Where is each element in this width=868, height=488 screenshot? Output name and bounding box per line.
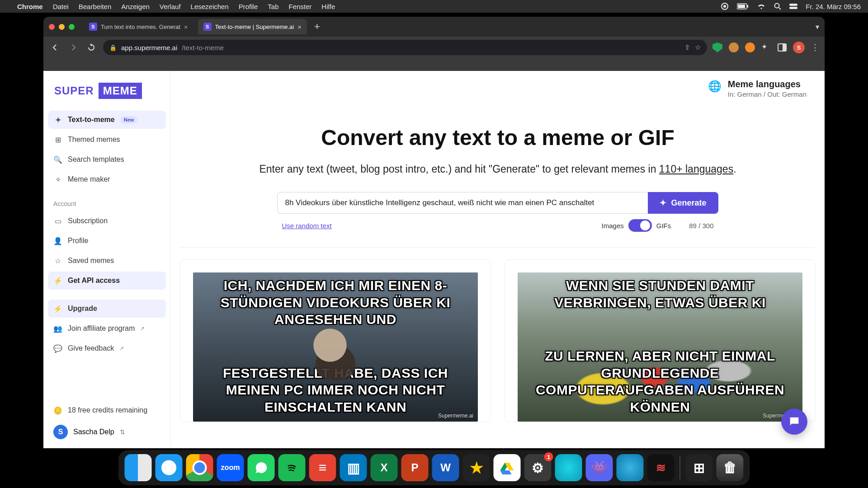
sidebar-item-api-access[interactable]: ⚡ Get API access — [48, 272, 166, 290]
toggle-label-gifs[interactable]: GIFs — [656, 222, 671, 230]
dock-trash[interactable]: 🗑 — [717, 454, 744, 481]
browser-tab[interactable]: S Turn text into memes. Generat × — [84, 19, 193, 34]
generate-button[interactable]: ✦ Generate — [648, 192, 718, 214]
sidepanel-icon[interactable] — [778, 43, 787, 52]
bolt-icon: ⚡ — [53, 277, 62, 285]
sidebar-item-affiliate[interactable]: 👥 Join affiliate program ↗ — [48, 319, 166, 338]
dock-app-spotify[interactable] — [278, 454, 306, 481]
dock-app-trello[interactable]: ▥ — [340, 454, 367, 481]
dock-app-discord[interactable]: 👾 — [586, 454, 613, 481]
meme-top-text: ICH, NACHDEM ICH MIR EINEN 8-STÜNDIGEN V… — [198, 277, 472, 328]
random-text-link[interactable]: Use random text — [282, 222, 332, 230]
menubar-item[interactable]: Lesezeichen — [191, 3, 229, 10]
extensions-menu-icon[interactable]: ✦ — [761, 42, 771, 52]
menubar-clock[interactable]: Fr. 24. März 09:56 — [806, 3, 861, 10]
sidebar-item-search-templates[interactable]: 🔍 Search templates — [48, 150, 166, 169]
sidebar-item-subscription[interactable]: ▭ Subscription — [48, 212, 166, 230]
chrome-menu-icon[interactable]: ⋮ — [811, 42, 819, 52]
generate-button-label: Generate — [671, 198, 706, 208]
meme-card[interactable]: ICH, NACHDEM ICH MIR EINEN 8-STÜNDIGEN V… — [180, 259, 491, 422]
dock-app-todoist[interactable]: ≡ — [309, 454, 336, 481]
svg-rect-3 — [738, 5, 745, 8]
sidebar-item-saved-memes[interactable]: ☆ Saved memes — [48, 252, 166, 270]
dock-app-word[interactable]: W — [432, 454, 459, 481]
sidebar-item-themed-memes[interactable]: ⊞ Themed memes — [48, 131, 166, 149]
support-chat-button[interactable] — [781, 408, 807, 435]
toggle-label-images[interactable]: Images — [602, 222, 624, 230]
chevron-updown-icon: ⇅ — [120, 428, 125, 436]
meme-card[interactable]: WENN SIE STUNDEN DAMIT VERBRINGEN, ETWAS… — [505, 259, 816, 422]
sidebar-item-profile[interactable]: 👤 Profile — [48, 232, 166, 250]
dock-app-finder[interactable] — [125, 454, 152, 481]
bookmark-star-icon[interactable]: ☆ — [695, 43, 701, 52]
user-menu[interactable]: S Sascha Delp ⇅ — [48, 421, 166, 443]
sidebar-item-meme-maker[interactable]: ✧ Meme maker — [48, 170, 166, 188]
extension-icon[interactable] — [745, 42, 755, 52]
dock-app-voicememos[interactable]: ≋ — [647, 454, 675, 481]
battery-icon[interactable] — [737, 3, 749, 9]
dock-app-quicktime[interactable] — [617, 454, 644, 481]
dock-app-drive[interactable] — [494, 454, 521, 481]
sidebar-item-credits[interactable]: 🪙 18 free credits remaining — [48, 401, 166, 419]
menubar-item[interactable]: Fenster — [289, 3, 312, 10]
menubar-app-name[interactable]: Chrome — [17, 3, 43, 10]
control-center-icon[interactable] — [789, 4, 797, 9]
browser-tab-active[interactable]: S Text-to-meme | Supermeme.ai × — [198, 19, 307, 34]
coin-icon: 🪙 — [53, 406, 62, 415]
address-bar[interactable]: 🔒 app.supermeme.ai/text-to-meme ⇧ ☆ — [103, 40, 707, 55]
meme-image: WENN SIE STUNDEN DAMIT VERBRINGEN, ETWAS… — [518, 272, 802, 422]
menubar-item[interactable]: Profile — [239, 3, 258, 10]
profile-avatar[interactable]: S — [793, 42, 805, 53]
menubar-item[interactable]: Hilfe — [321, 3, 335, 10]
language-subtitle: In: German / Out: German — [728, 90, 807, 98]
window-close[interactable] — [49, 24, 55, 30]
menubar-item[interactable]: Anzeigen — [121, 3, 150, 10]
people-icon: 👥 — [53, 324, 62, 333]
menubar-item[interactable]: Tab — [268, 3, 278, 10]
share-icon[interactable]: ⇧ — [684, 43, 690, 52]
sidebar-item-text-to-meme[interactable]: ✦ Text-to-meme New — [48, 111, 166, 129]
menubar-item[interactable]: Bearbeiten — [79, 3, 112, 10]
nav-reload-button[interactable] — [85, 41, 98, 54]
dock-app-imovie[interactable]: ★ — [463, 454, 490, 481]
dock-app-excel[interactable]: X — [371, 454, 398, 481]
nav-back-button[interactable] — [49, 41, 61, 54]
sidebar-item-upgrade[interactable]: ⚡ Upgrade — [48, 300, 166, 318]
extension-adblock-icon[interactable] — [712, 42, 722, 52]
wifi-icon[interactable] — [757, 3, 766, 9]
logo-text-right: MEME — [99, 83, 142, 99]
subtitle-text: Enter any text (tweet, blog post intro, … — [259, 163, 659, 175]
window-minimize[interactable] — [59, 24, 65, 30]
sidebar-item-label: Join affiliate program — [68, 324, 135, 333]
prompt-input[interactable] — [277, 192, 648, 214]
sidebar-item-label: Get API access — [68, 277, 120, 285]
sidebar-item-label: Meme maker — [68, 175, 110, 183]
sidebar-item-feedback[interactable]: 💬 Give feedback ↗ — [48, 339, 166, 357]
bookmarks-bar — [43, 58, 825, 71]
extension-icon[interactable] — [729, 42, 739, 52]
sidebar: SUPER MEME ✦ Text-to-meme New ⊞ Themed m… — [43, 71, 171, 448]
window-zoom[interactable] — [69, 24, 75, 30]
dock-app-safari[interactable] — [156, 454, 183, 481]
languages-link[interactable]: 110+ languages — [659, 163, 733, 175]
new-tab-button[interactable]: + — [311, 21, 323, 33]
dock-app-whatsapp[interactable] — [248, 454, 275, 481]
dock-app-powerpoint[interactable]: P — [401, 454, 429, 481]
dock-app-chrome[interactable] — [186, 454, 213, 481]
menubar-item[interactable]: Datei — [53, 3, 69, 10]
dock-app-zoom[interactable]: zoom — [217, 454, 244, 481]
screen-record-icon[interactable] — [721, 2, 729, 10]
spotlight-icon[interactable] — [774, 3, 781, 10]
images-gifs-switch[interactable] — [628, 219, 652, 232]
nav-forward-button[interactable] — [67, 41, 80, 54]
tab-close-icon[interactable]: × — [297, 23, 302, 31]
app-logo[interactable]: SUPER MEME — [52, 83, 162, 99]
dock-app-generic[interactable] — [555, 454, 582, 481]
menubar-item[interactable]: Verlauf — [160, 3, 181, 10]
tab-close-icon[interactable]: × — [184, 23, 188, 31]
user-name: Sascha Delp — [73, 428, 114, 436]
tab-search-icon[interactable]: ▾ — [816, 23, 819, 31]
language-selector[interactable]: 🌐 Meme languages In: German / Out: Germa… — [708, 79, 807, 98]
dock-app-missioncontrol[interactable]: ⊞ — [686, 454, 713, 481]
dock-app-settings[interactable]: ⚙1 — [524, 454, 552, 481]
